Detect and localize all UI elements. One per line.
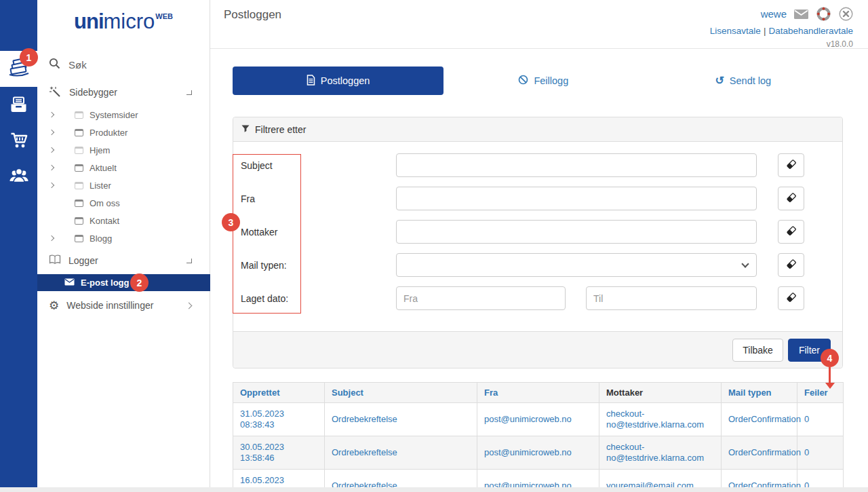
eraser-icon bbox=[785, 157, 798, 173]
cell-opprettet: 30.05.2023 13:58:46 bbox=[233, 436, 325, 470]
tab-feillogg[interactable]: Feillogg bbox=[443, 67, 643, 95]
log-book-icon bbox=[49, 254, 61, 267]
tab-label: Postloggen bbox=[321, 75, 370, 86]
subject-label: Subject bbox=[241, 160, 396, 171]
date-from-input[interactable] bbox=[396, 286, 566, 310]
lisensavtale-link[interactable]: Lisensavtale bbox=[710, 26, 761, 36]
post-log-table: Opprettet Subject Fra Mottaker Mail type… bbox=[233, 382, 844, 492]
tab-sendt-log[interactable]: ↺ Sendt log bbox=[644, 67, 843, 95]
cell-subject: Ordrebekreftelse bbox=[325, 403, 477, 436]
horizontal-scrollbar[interactable] bbox=[0, 487, 868, 492]
unimicro-logo: unimicroWEB bbox=[37, 10, 210, 34]
mail-icon[interactable] bbox=[794, 10, 808, 19]
tree-item-hjem[interactable]: Hjem bbox=[37, 141, 210, 159]
sidebar-search[interactable]: Søk bbox=[37, 57, 210, 72]
col-subject[interactable]: Subject bbox=[325, 383, 477, 403]
page-icon bbox=[75, 217, 83, 225]
cell-mail-typen: OrderConfirmation bbox=[722, 403, 797, 436]
chevron-right-icon[interactable] bbox=[50, 148, 60, 152]
date-to-input[interactable] bbox=[586, 286, 757, 310]
tree-item-label: Produkter bbox=[90, 128, 127, 138]
chevron-right-icon[interactable] bbox=[50, 183, 60, 187]
tree-item-systemsider[interactable]: Systemsider bbox=[37, 106, 210, 124]
tree-item-label: Kontakt bbox=[90, 216, 119, 226]
tilbake-button[interactable]: Tilbake bbox=[732, 339, 783, 362]
chevron-right-icon[interactable] bbox=[50, 130, 60, 134]
tree-item-om-oss[interactable]: Om oss bbox=[37, 194, 210, 212]
page-icon bbox=[75, 235, 83, 242]
table-row[interactable]: 30.05.2023 13:58:46 Ordrebekreftelse pos… bbox=[233, 436, 844, 470]
version-label: v18.0.0 bbox=[710, 39, 853, 49]
annotation-arrow-head bbox=[825, 383, 835, 389]
sidebar-item-epost-logg[interactable]: E-post logg bbox=[37, 274, 210, 291]
clear-laget-dato-button[interactable] bbox=[778, 286, 804, 310]
eraser-icon bbox=[785, 257, 798, 273]
col-feiler[interactable]: Feiler bbox=[797, 383, 844, 403]
sidebar-item-logger[interactable]: Logger bbox=[37, 253, 210, 268]
annotation-step-3: 3 bbox=[222, 213, 240, 231]
help-lifebuoy-icon[interactable] bbox=[816, 6, 831, 22]
search-label: Søk bbox=[68, 59, 87, 71]
tree-item-produkter[interactable]: Produkter bbox=[37, 124, 210, 141]
table-row[interactable]: 31.05.2023 08:38:43 Ordrebekreftelse pos… bbox=[233, 403, 844, 436]
clear-mottaker-button[interactable] bbox=[778, 220, 804, 244]
logger-label: Logger bbox=[68, 255, 98, 266]
mottaker-input[interactable] bbox=[396, 220, 757, 244]
strip-item-archive[interactable] bbox=[0, 94, 37, 117]
collapse-corner-icon[interactable] bbox=[186, 90, 192, 95]
user-link[interactable]: wewe bbox=[761, 8, 787, 20]
cell-fra: post@unimicroweb.no bbox=[477, 403, 599, 436]
close-icon[interactable] bbox=[839, 7, 853, 21]
page-icon bbox=[75, 111, 83, 119]
tree-item-label: Aktuelt bbox=[90, 163, 117, 173]
mottaker-label: Mottaker bbox=[241, 227, 396, 238]
cell-mottaker: checkout-no@testdrive.klarna.com bbox=[599, 403, 722, 436]
page-icon bbox=[75, 147, 83, 154]
tree-item-blogg[interactable]: Blogg bbox=[37, 229, 210, 247]
col-opprettet[interactable]: Opprettet bbox=[233, 383, 325, 403]
search-icon bbox=[49, 58, 60, 71]
databehandleravtale-link[interactable]: Databehandleravtale bbox=[768, 26, 853, 36]
archive-icon bbox=[9, 96, 28, 117]
history-icon: ↺ bbox=[715, 75, 724, 86]
cell-subject: Ordrebekreftelse bbox=[325, 436, 477, 470]
chevron-right-icon bbox=[186, 302, 193, 309]
tab-postloggen[interactable]: Postloggen bbox=[233, 67, 443, 95]
top-bar: Postloggen wewe bbox=[210, 0, 868, 49]
chevron-right-icon[interactable] bbox=[50, 166, 60, 170]
logo-micro: micro bbox=[104, 10, 155, 33]
tab-label: Sendt log bbox=[730, 75, 771, 86]
fra-input[interactable] bbox=[396, 187, 757, 210]
annotation-step-2: 2 bbox=[130, 273, 149, 292]
sidebar-item-webside-innstillinger[interactable]: ⚙ Webside innstillinger bbox=[37, 298, 210, 313]
clear-fra-button[interactable] bbox=[778, 187, 804, 210]
tree-item-lister[interactable]: Lister bbox=[37, 176, 210, 194]
document-icon bbox=[307, 75, 315, 88]
collapse-corner-icon[interactable] bbox=[186, 259, 192, 263]
chevron-right-icon[interactable] bbox=[50, 113, 60, 117]
col-fra[interactable]: Fra bbox=[477, 383, 599, 403]
filter-panel-header[interactable]: Filtrere etter bbox=[233, 117, 842, 142]
sidebygger-label: Sidebygger bbox=[69, 87, 117, 98]
clear-subject-button[interactable] bbox=[778, 153, 804, 177]
envelope-icon bbox=[64, 278, 75, 288]
strip-item-cart[interactable] bbox=[0, 130, 37, 153]
cell-mottaker: checkout-no@testdrive.klarna.com bbox=[599, 436, 722, 470]
laget-dato-label: Laget dato: bbox=[241, 293, 396, 304]
users-icon bbox=[9, 167, 29, 187]
app-window: unimicroWEB Søk Sidebygger bbox=[0, 0, 868, 492]
page-icon bbox=[75, 182, 83, 189]
strip-item-users[interactable] bbox=[0, 166, 37, 189]
clear-mail-typen-button[interactable] bbox=[778, 253, 804, 277]
mail-typen-select[interactable] bbox=[396, 253, 757, 277]
tree-item-aktuelt[interactable]: Aktuelt bbox=[37, 159, 210, 176]
cart-icon bbox=[9, 131, 28, 153]
page-tree: Systemsider Produkter Hjem Aktuelt Liste bbox=[37, 106, 210, 247]
col-mail-typen[interactable]: Mail typen bbox=[722, 383, 797, 403]
annotation-step-4: 4 bbox=[821, 349, 839, 367]
filter-panel-title: Filtrere etter bbox=[255, 124, 306, 135]
sidebar-item-sidebygger[interactable]: Sidebygger bbox=[37, 85, 210, 100]
subject-input[interactable] bbox=[396, 153, 757, 177]
chevron-right-icon[interactable] bbox=[50, 236, 60, 240]
tree-item-kontakt[interactable]: Kontakt bbox=[37, 212, 210, 229]
